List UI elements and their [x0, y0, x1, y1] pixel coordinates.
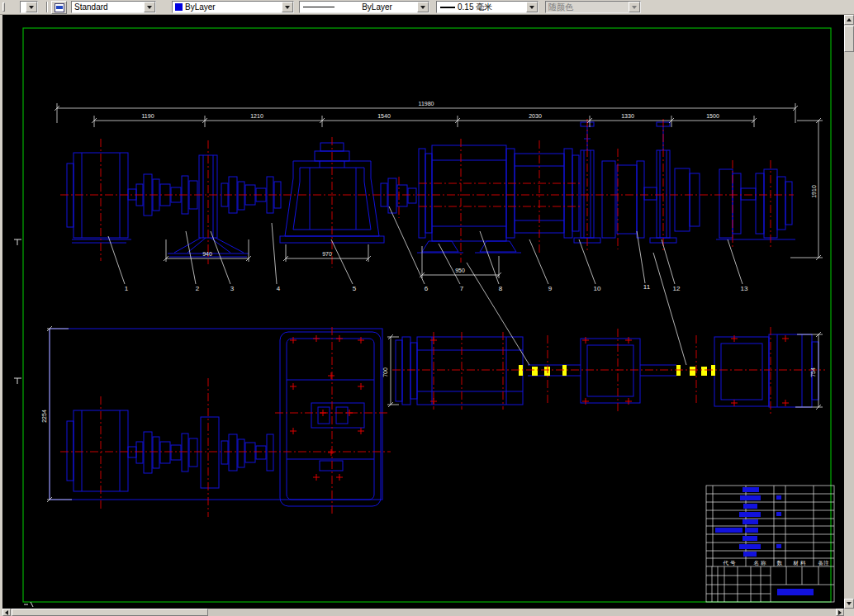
color-value: ByLayer — [183, 2, 282, 12]
dim-1910: 1910 — [811, 185, 817, 198]
lineweight-combo[interactable]: 0.15 毫米 — [436, 1, 538, 13]
title-col-qty: 数 — [776, 560, 783, 566]
dimension-lines — [47, 103, 823, 502]
highlighted-coupling-parts[interactable] — [519, 365, 715, 376]
title-col-material: 材 料 — [793, 560, 806, 566]
collapsed-combo[interactable] — [20, 1, 38, 13]
scroll-right-button[interactable] — [836, 609, 844, 616]
part-label: 13 — [741, 285, 748, 292]
scroll-down-button[interactable] — [844, 599, 854, 609]
part-label: 8 — [499, 285, 503, 292]
color-swatch-icon — [175, 3, 183, 11]
chevron-down-icon[interactable] — [282, 2, 293, 12]
part-label: 10 — [594, 285, 601, 292]
chevron-down-icon — [629, 2, 640, 12]
dimension-texts: 11980 1190 1210 1540 2030 1330 1500 940 … — [41, 101, 817, 423]
assembly-drawing: 11980 1190 1210 1540 2030 1330 1500 940 … — [2, 15, 844, 609]
arrow-down-icon — [847, 602, 852, 605]
title-block-headers: 代 号 名 称 数 材 料 备注 — [723, 560, 829, 566]
part-label: 3 — [230, 285, 235, 292]
title-col-code: 代 号 — [723, 560, 736, 566]
elevation-view-geometry[interactable] — [67, 122, 795, 257]
dim-940: 940 — [202, 251, 212, 257]
dim-950: 950 — [455, 268, 465, 273]
dim-970: 970 — [322, 251, 332, 257]
horizontal-scroll-thumb[interactable] — [12, 609, 208, 616]
part-label: 9 — [548, 285, 553, 292]
title-block-grid — [706, 486, 834, 602]
dim-segment: 1330 — [621, 113, 634, 119]
dim-overall: 11980 — [419, 101, 434, 107]
chevron-down-icon[interactable] — [526, 2, 538, 12]
linetype-combo[interactable]: ByLayer — [299, 1, 429, 13]
title-block-entries — [715, 487, 814, 595]
lineweight-value: 0.15 毫米 — [455, 2, 526, 13]
text-style-combo[interactable]: Standard — [71, 1, 156, 13]
style-manager-icon — [55, 3, 64, 12]
lineweight-sample-icon — [440, 7, 455, 8]
part-number-labels: 1 2 3 4 5 6 7 8 9 10 11 12 13 — [125, 283, 748, 292]
dim-segment: 1540 — [377, 113, 391, 119]
vertical-scroll-thumb[interactable] — [844, 26, 854, 52]
scrollbar-corner — [844, 609, 854, 616]
dim-segment: 2030 — [529, 113, 542, 119]
arrow-left-icon — [5, 610, 8, 615]
chevron-down-icon[interactable] — [26, 2, 37, 12]
text-style-manager-button[interactable] — [51, 1, 67, 14]
vertical-scrollbar[interactable] — [844, 15, 854, 609]
cad-window: Standard ByLayer ByLayer 0.15 毫米 随颜色 — [0, 0, 854, 616]
part-label: 4 — [277, 285, 281, 292]
dim-700: 700 — [382, 367, 388, 377]
scroll-up-button[interactable] — [844, 15, 854, 25]
plotstyle-combo: 随颜色 — [545, 1, 641, 13]
toolbar-grip[interactable] — [2, 2, 5, 12]
plan-view-left-geometry[interactable] — [50, 329, 382, 506]
horizontal-scrollbar[interactable] — [2, 609, 844, 616]
part-label: 6 — [425, 285, 429, 292]
model-space-canvas[interactable]: 11980 1190 1210 1540 2030 1330 1500 940 … — [2, 15, 844, 609]
dim-2254: 2254 — [41, 410, 47, 423]
part-label: 11 — [643, 283, 651, 291]
linetype-sample-icon — [303, 7, 334, 7]
object-properties-toolbar: Standard ByLayer ByLayer 0.15 毫米 随颜色 — [0, 0, 854, 15]
plan-view-right-geometry[interactable] — [396, 334, 818, 407]
part-label: 7 — [460, 285, 464, 292]
title-col-remark: 备注 — [818, 560, 830, 566]
toolbar-separator — [46, 2, 48, 12]
chevron-down-icon[interactable] — [144, 2, 155, 12]
dim-segment: 1190 — [141, 113, 154, 119]
linetype-value: ByLayer — [334, 2, 417, 12]
part-label: 2 — [196, 285, 200, 292]
dim-segment: 1210 — [250, 113, 263, 119]
part-label: 5 — [353, 285, 357, 292]
part-label: 12 — [673, 285, 681, 292]
color-combo[interactable]: ByLayer — [172, 1, 294, 13]
text-style-value: Standard — [72, 2, 144, 12]
arrow-right-icon — [838, 610, 842, 615]
dim-754: 754 — [810, 367, 816, 377]
dim-segment: 1500 — [706, 113, 719, 119]
scroll-left-button[interactable] — [2, 609, 11, 616]
part-label: 1 — [125, 285, 129, 292]
arrow-up-icon — [847, 18, 852, 21]
title-col-name: 名 称 — [754, 560, 766, 566]
centerlines — [60, 119, 825, 517]
chevron-down-icon[interactable] — [417, 2, 429, 12]
plotstyle-value: 随颜色 — [546, 2, 629, 13]
